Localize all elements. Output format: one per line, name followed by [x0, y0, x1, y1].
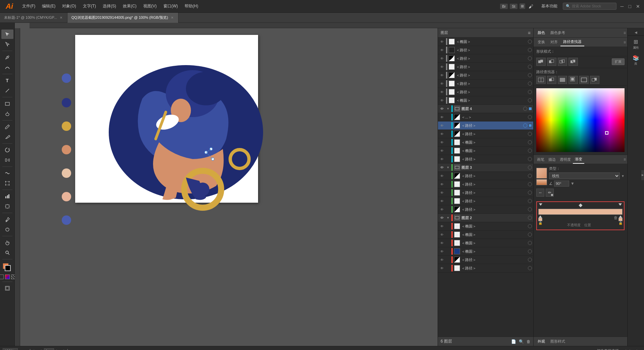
layer-row[interactable]: 👁 □ ＜椭圆＞ — [438, 222, 533, 231]
layer-visibility[interactable]: 👁 — [439, 90, 445, 94]
tab-color[interactable]: 颜色 — [535, 29, 548, 37]
tab-gradient[interactable]: 渐变 — [573, 155, 584, 164]
layer-visibility[interactable]: 👁 — [439, 258, 445, 262]
layer-visibility[interactable]: 👁 — [439, 216, 445, 220]
gradient-type-select[interactable]: 线性 径向 — [549, 172, 620, 179]
gradient-reverse-btn[interactable]: ↔ — [536, 189, 544, 197]
angle-dropdown[interactable]: ▼ — [571, 181, 575, 186]
layer-group-2[interactable]: 👁 ▼ 图层 2 — [438, 214, 533, 222]
layer-visibility[interactable]: 👁 — [439, 157, 445, 161]
layer-target[interactable] — [528, 165, 532, 169]
pencil-tool[interactable] — [1, 122, 13, 132]
eyedropper-tool[interactable] — [1, 215, 13, 224]
tab-untitled[interactable]: 未标题-1* @ 100% (CMYK/GP... ✕ — [0, 13, 67, 23]
layer-row[interactable]: 👁 ＜路径＞ — [438, 130, 533, 138]
layer-row[interactable]: 👁 ＜椭圆＞ — [438, 247, 533, 256]
artboard-number-input[interactable] — [44, 348, 54, 350]
line-tool[interactable] — [1, 86, 13, 95]
last-artboard-btn[interactable]: ▶| — [62, 348, 69, 350]
layer-target[interactable] — [528, 40, 532, 44]
layer-row[interactable]: 👁 ＜路径＞ — [438, 172, 533, 180]
layer-visibility[interactable]: 👁 — [439, 132, 445, 136]
search-layers-btn[interactable]: 🔍 — [519, 339, 524, 344]
tab-brush[interactable]: 画笔 — [535, 156, 546, 163]
divide-btn[interactable] — [536, 76, 546, 84]
layer-target[interactable] — [528, 73, 532, 77]
layer-visibility[interactable]: 👁 — [439, 183, 445, 186]
none-indicator[interactable] — [0, 274, 4, 279]
first-artboard-btn[interactable]: |◀ — [29, 348, 36, 350]
layer-visibility[interactable]: 👁 — [439, 149, 445, 153]
hand-tool[interactable] — [1, 238, 13, 247]
layers-list[interactable]: 👁 □ ＜椭圆＞ 👁 ＜路径＞ 👁 ＜路径＞ 👁 — [438, 38, 533, 337]
layer-target[interactable] — [528, 65, 532, 69]
layer-visibility[interactable]: 👁 — [439, 266, 445, 270]
bridge-btn[interactable]: Br — [500, 4, 508, 9]
tab-qq-close[interactable]: ✕ — [170, 15, 174, 20]
layer-expand[interactable]: ▼ — [446, 216, 450, 219]
tab-transform[interactable]: 变换 — [535, 38, 548, 46]
direct-select-tool[interactable] — [1, 40, 13, 49]
trim-btn[interactable] — [547, 76, 556, 84]
canvas-white[interactable] — [75, 35, 258, 203]
gradient-dropdown-arrow[interactable]: ▼ — [621, 174, 625, 178]
rotate-tool[interactable] — [1, 145, 13, 155]
layer-row[interactable]: 👁 ＜路径＞ — [438, 80, 533, 88]
type-tool[interactable]: T — [1, 76, 13, 85]
menu-help[interactable]: 帮助(H) — [182, 2, 201, 10]
layer-row[interactable]: 👁 ＜路径＞ — [438, 256, 533, 264]
layer-target[interactable] — [528, 249, 532, 253]
layer-target[interactable] — [528, 207, 532, 211]
layer-target[interactable] — [528, 157, 532, 161]
layer-visibility[interactable]: 👁 — [439, 73, 445, 77]
layer-visibility[interactable]: 👁 — [439, 191, 445, 195]
panel-collapse-btn[interactable]: ◀ — [628, 30, 644, 36]
layer-row[interactable]: 👁 □ ＜椭圆＞ — [438, 147, 533, 155]
expand-btn[interactable]: 扩展 — [612, 58, 625, 65]
layer-target[interactable] — [528, 224, 532, 228]
library-btn[interactable]: 📚 库 — [629, 53, 643, 68]
layer-target[interactable] — [528, 82, 532, 86]
layer-visibility[interactable]: 👁 — [439, 124, 445, 128]
layer-row[interactable]: 👁 ＜路径＞ — [438, 189, 533, 197]
color-panel-menu[interactable]: ≡ — [624, 31, 626, 35]
color-picker-gradient[interactable] — [536, 88, 625, 152]
zoom-dropdown[interactable]: ▼ — [19, 348, 26, 350]
menu-edit[interactable]: 编辑(E) — [39, 2, 58, 10]
gradient-bar-display[interactable] — [538, 209, 623, 215]
status-prev-btn[interactable]: ◀ — [622, 348, 627, 350]
layer-visibility[interactable]: 👁 — [439, 115, 445, 119]
workspace-layout-btn[interactable]: ⊞ — [519, 3, 525, 9]
layer-row[interactable]: 👁 ＜...＞ — [438, 113, 533, 121]
layer-target[interactable] — [528, 90, 532, 94]
layer-visibility[interactable]: 👁 — [439, 241, 445, 245]
layer-visibility[interactable]: 👁 — [439, 174, 445, 178]
layer-visibility[interactable]: 👁 — [439, 65, 445, 69]
layer-group-3[interactable]: 👁 ▼ 图层 3 — [438, 163, 533, 172]
layer-row[interactable]: 👁 □ ＜椭圆＞ — [438, 138, 533, 147]
layer-row[interactable]: 👁 ＜路径＞ — [438, 46, 533, 54]
layer-row[interactable]: 👁 ＜路径＞ — [438, 197, 533, 205]
layer-row[interactable]: 👁 ＜路径＞ — [438, 54, 533, 63]
properties-btn[interactable]: ⊞ 属性 — [629, 37, 643, 52]
fill-stroke-indicator[interactable] — [1, 262, 13, 272]
layer-visibility[interactable]: 👁 — [439, 48, 445, 52]
layer-row[interactable]: 👁 ＜路径＞ — [438, 264, 533, 272]
layer-target[interactable] — [528, 149, 532, 153]
layer-group-4[interactable]: 👁 ▼ 图层 4 — [438, 105, 533, 113]
layer-row-selected[interactable]: 👁 ＜路径＞ — [438, 121, 533, 130]
layer-row[interactable]: 👁 □ ＜椭圆＞ — [438, 96, 533, 105]
maximize-btn[interactable]: □ — [627, 3, 633, 10]
tab-align[interactable]: 对齐 — [548, 38, 560, 46]
right-expand-btn[interactable]: ▶ — [641, 170, 644, 180]
layer-visibility[interactable]: 👁 — [439, 107, 445, 111]
gradient-edit-btn[interactable]: ✏ — [546, 189, 554, 197]
stop-left-top[interactable] — [539, 203, 542, 206]
canvas-area[interactable] — [15, 28, 438, 346]
next-artboard-btn[interactable]: ▶ — [55, 348, 61, 350]
outline-btn[interactable] — [579, 76, 589, 84]
unite-btn[interactable] — [536, 58, 546, 66]
menu-select[interactable]: 选择(S) — [100, 2, 119, 10]
gradient-editor[interactable]: 🔒 🔒 🗑 不透明度 位置 — [536, 201, 625, 230]
layer-row[interactable]: 👁 ＜路径＞ — [438, 180, 533, 189]
